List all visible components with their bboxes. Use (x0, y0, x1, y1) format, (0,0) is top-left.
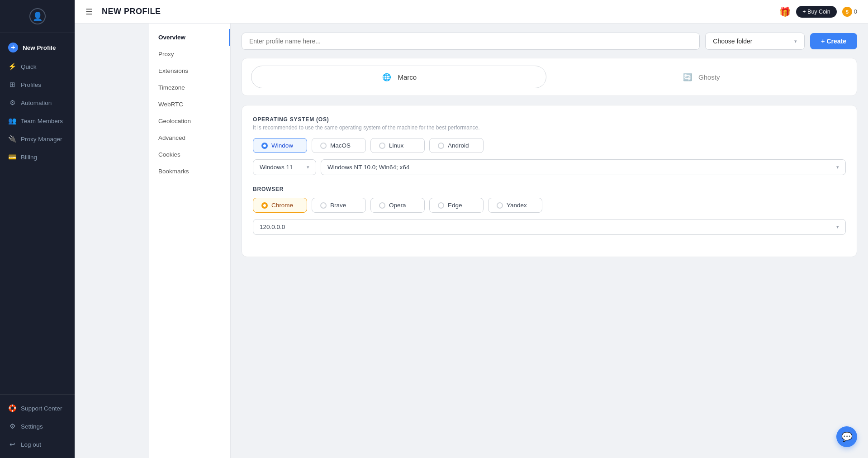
coins-count: 0 (854, 8, 857, 15)
folder-select[interactable]: Choose folder ▾ (705, 33, 805, 50)
radio-dot-macos (320, 143, 327, 149)
left-panel-label: Bookmarks (158, 168, 189, 175)
os-option-window[interactable]: Window (253, 138, 307, 153)
left-panel-item-extensions[interactable]: Extensions (149, 62, 230, 79)
left-panel-item-cookies[interactable]: Cookies (149, 146, 230, 163)
radio-dot-opera (379, 202, 385, 209)
topbar: ☰ NEW PROFILE 🎁 + Buy Coin $ 0 (75, 0, 868, 24)
browser-option-edge[interactable]: Edge (429, 198, 484, 213)
radio-dot-yandex (497, 202, 503, 209)
os-option-linux[interactable]: Linux (370, 138, 425, 153)
gift-icon[interactable]: 🎁 (779, 6, 791, 17)
browser-option-brave[interactable]: Brave (312, 198, 366, 213)
ghosty-avatar: 🔄 (681, 71, 694, 83)
profile-name-input[interactable] (242, 33, 700, 50)
os-option-macos[interactable]: MacOS (312, 138, 366, 153)
sidebar-item-settings[interactable]: ⚙ Settings (0, 417, 75, 435)
form-card: OPERATING SYSTEM (OS) It is recommended … (242, 105, 857, 257)
browser-option-label: Edge (448, 202, 462, 209)
browser-radio-row: Chrome Brave Opera Edge (253, 198, 846, 213)
chevron-down-icon: ▾ (307, 164, 309, 170)
os-option-label: Window (271, 142, 293, 149)
sidebar-item-label: New Profile (23, 44, 56, 51)
left-panel-label: Proxy (158, 51, 174, 57)
os-ua-dropdown[interactable]: Windows NT 10.0; Win64; x64 ▾ (321, 159, 846, 175)
left-panel-item-timezone[interactable]: Timezone (149, 79, 230, 96)
sidebar-item-automation[interactable]: ⚙ Automation (0, 94, 75, 112)
radio-dot-linux (379, 143, 385, 149)
browser-section-title: BROWSER (253, 186, 846, 192)
os-section-desc: It is recommended to use the same operat… (253, 124, 846, 131)
browser-option-label: Opera (389, 202, 406, 209)
chat-icon: 💬 (841, 431, 853, 442)
browser-option-chrome[interactable]: Chrome (253, 198, 307, 213)
page-title: NEW PROFILE (102, 7, 161, 16)
billing-icon: 💳 (8, 153, 16, 161)
left-panel-item-proxy[interactable]: Proxy (149, 46, 230, 62)
menu-icon[interactable]: ☰ (85, 7, 93, 17)
user-avatar[interactable]: 👤 (29, 8, 46, 24)
marco-avatar: 🌐 (380, 71, 393, 83)
left-panel-label: Extensions (158, 67, 188, 74)
sidebar-item-support[interactable]: 🛟 Support Center (0, 399, 75, 417)
support-icon: 🛟 (8, 404, 16, 412)
os-option-label: Linux (389, 142, 403, 149)
folder-label: Choose folder (713, 38, 752, 45)
sidebar-item-logout[interactable]: ↩ Log out (0, 435, 75, 453)
left-panel-label: Advanced (158, 134, 185, 141)
os-option-label: Android (448, 142, 469, 149)
main: Overview Proxy Extensions Timezone WebRT… (149, 24, 868, 458)
chevron-down-icon: ▾ (836, 224, 839, 230)
left-panel-item-bookmarks[interactable]: Bookmarks (149, 163, 230, 180)
sidebar-item-label: Team Members (21, 118, 63, 124)
automation-icon: ⚙ (8, 99, 16, 107)
os-option-android[interactable]: Android (429, 138, 484, 153)
sidebar-item-label: Quick (21, 63, 37, 70)
quick-icon: ⚡ (8, 62, 16, 71)
left-panel-label: WebRTC (158, 101, 183, 108)
profile-card-marco[interactable]: 🌐 Marco (251, 66, 546, 88)
os-version-label: Windows 11 (260, 164, 293, 171)
sidebar-item-label: Profiles (21, 81, 41, 88)
browser-version-label: 120.0.0.0 (260, 224, 285, 230)
os-dropdown-row: Windows 11 ▾ Windows NT 10.0; Win64; x64… (253, 159, 846, 175)
sidebar-item-team-members[interactable]: 👥 Team Members (0, 112, 75, 130)
content-top: Choose folder ▾ + Create (242, 33, 857, 50)
browser-version-dropdown[interactable]: 120.0.0.0 ▾ (253, 219, 846, 235)
content-area: Choose folder ▾ + Create 🌐 Marco 🔄 Ghost… (231, 24, 868, 458)
left-panel-item-overview[interactable]: Overview (149, 29, 230, 46)
sidebar-item-label: Proxy Manager (21, 136, 62, 143)
chevron-down-icon: ▾ (836, 164, 839, 170)
left-panel-item-advanced[interactable]: Advanced (149, 129, 230, 146)
chat-bubble[interactable]: 💬 (836, 426, 857, 447)
sidebar-item-label: Log out (21, 441, 41, 448)
coins-display: $ 0 (842, 7, 857, 17)
sidebar-item-proxy-manager[interactable]: 🔌 Proxy Manager (0, 130, 75, 148)
create-button[interactable]: + Create (810, 33, 857, 49)
browser-option-label: Yandex (507, 202, 527, 209)
radio-dot-window (261, 143, 268, 149)
browser-option-label: Chrome (271, 202, 293, 209)
os-option-label: MacOS (330, 142, 351, 149)
sidebar-item-label: Settings (21, 423, 43, 430)
os-version-dropdown[interactable]: Windows 11 ▾ (253, 159, 316, 175)
sidebar-nav: + New Profile ⚡ Quick ⊞ Profiles ⚙ Autom… (0, 33, 75, 394)
team-icon: 👥 (8, 117, 16, 125)
left-panel-item-geolocation[interactable]: Geolocation (149, 113, 230, 129)
chevron-down-icon: ▾ (794, 38, 797, 44)
profile-card-ghosty[interactable]: 🔄 Ghosty (554, 66, 848, 88)
browser-option-opera[interactable]: Opera (370, 198, 425, 213)
left-panel-item-webrtc[interactable]: WebRTC (149, 96, 230, 113)
browser-option-yandex[interactable]: Yandex (488, 198, 542, 213)
browser-dropdown-row: 120.0.0.0 ▾ (253, 219, 846, 235)
sidebar-item-profiles[interactable]: ⊞ Profiles (0, 76, 75, 94)
ghosty-name: Ghosty (698, 73, 720, 81)
sidebar-item-quick[interactable]: ⚡ Quick (0, 57, 75, 76)
radio-dot-android (438, 143, 444, 149)
os-section: OPERATING SYSTEM (OS) It is recommended … (253, 116, 846, 175)
sidebar-item-billing[interactable]: 💳 Billing (0, 148, 75, 166)
os-section-title: OPERATING SYSTEM (OS) (253, 116, 846, 123)
sidebar-item-new-profile[interactable]: + New Profile (0, 38, 75, 57)
profiles-icon: ⊞ (8, 81, 16, 89)
buy-coin-button[interactable]: + Buy Coin (796, 6, 837, 18)
